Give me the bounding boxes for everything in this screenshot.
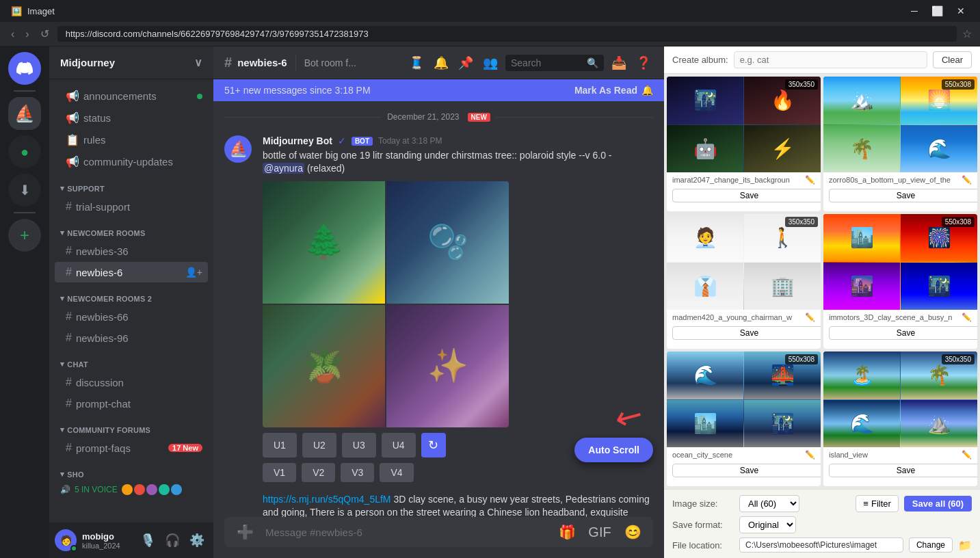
- add-member-icon[interactable]: 👤+: [185, 267, 202, 278]
- edit-icon-2[interactable]: ✏️: [962, 175, 972, 185]
- message-link[interactable]: https://s.mj.run/s5qQm4_5LfM: [263, 494, 391, 505]
- server-icon-midjourney[interactable]: ⛵: [8, 97, 41, 130]
- help-icon[interactable]: ❓: [634, 53, 653, 72]
- save-button-1[interactable]: Save: [672, 189, 821, 202]
- sidebar-item-rules[interactable]: 📋 rules: [55, 129, 208, 150]
- auto-scroll-button[interactable]: Auto Scroll: [574, 438, 653, 462]
- megaphone-icon-status: 📢: [66, 111, 79, 124]
- edit-icon-3[interactable]: ✏️: [805, 313, 815, 322]
- messages-area[interactable]: 51+ new messages since 3:18 PM Mark As R…: [213, 79, 664, 517]
- gallery-image-5[interactable]: 550x308 🌊 🌉 🏙️ 🌃: [667, 351, 821, 447]
- edit-icon-4[interactable]: ✏️: [962, 313, 972, 322]
- save-button-2[interactable]: Save: [829, 189, 977, 202]
- refresh-nav-button[interactable]: ↺: [38, 27, 52, 40]
- new-messages-bar[interactable]: 51+ new messages since 3:18 PM Mark As R…: [213, 79, 664, 101]
- sidebar-item-newbies-96[interactable]: # newbies-96: [55, 328, 208, 348]
- message-content: bottle of water big one 19 litr standing…: [263, 149, 653, 176]
- sidebar-item-announcements[interactable]: 📢 announcements: [55, 85, 208, 107]
- search-bar[interactable]: 🔍: [505, 55, 604, 71]
- edit-icon-6[interactable]: ✏️: [962, 450, 972, 460]
- save-button-6[interactable]: Save: [829, 464, 977, 477]
- v1-button[interactable]: V1: [263, 463, 296, 482]
- u3-button[interactable]: U3: [342, 433, 376, 457]
- url-input[interactable]: [57, 26, 957, 42]
- add-server-button[interactable]: +: [8, 219, 41, 252]
- filter-button[interactable]: ≡ Filter: [856, 495, 898, 512]
- gift-button[interactable]: 🎁: [552, 517, 582, 547]
- refresh-button[interactable]: ↻: [421, 433, 446, 457]
- image-size-badge-2: 550x308: [942, 79, 975, 90]
- sidebar-server-name[interactable]: Midjourney ∨: [49, 46, 213, 79]
- category-sho[interactable]: ▾ SHO: [49, 459, 213, 481]
- category-newcomer-rooms-2[interactable]: ▾ NEWCOMER ROOMS 2: [49, 283, 213, 306]
- mark-as-read-button[interactable]: Mark As Read 🔔: [574, 85, 653, 96]
- image-cell-3[interactable]: 🪴: [263, 305, 385, 427]
- close-button[interactable]: ✕: [953, 5, 969, 16]
- image-cell-2[interactable]: 🫧: [386, 181, 509, 304]
- settings-button[interactable]: ⚙️: [186, 529, 208, 551]
- v4-button[interactable]: V4: [380, 463, 413, 482]
- gallery-footer-2: zorro80s_a_bottom_up_view_of_the ✏️: [823, 172, 977, 187]
- v2-button[interactable]: V2: [302, 463, 335, 482]
- gallery-item-5: 550x308 🌊 🌉 🏙️ 🌃 ocean_city_scene ✏️ Sav…: [667, 351, 821, 486]
- message-input[interactable]: [265, 519, 546, 546]
- sidebar-item-community-updates[interactable]: 📢 community-updates: [55, 151, 208, 172]
- save-all-button[interactable]: Save all (60): [904, 496, 972, 512]
- image-cell-1[interactable]: 🌲: [263, 181, 385, 304]
- clear-button[interactable]: Clear: [933, 51, 972, 68]
- gif-button[interactable]: GIF: [585, 517, 615, 547]
- category-community-forums[interactable]: ▾ COMMUNITY FORUMS: [49, 414, 213, 437]
- save-button-4[interactable]: Save: [829, 326, 977, 340]
- expand-icon-forums: ▾: [60, 425, 64, 434]
- category-chat[interactable]: ▾ CHAT: [49, 349, 213, 371]
- server-icon-download[interactable]: ⬇: [8, 174, 41, 207]
- server-icon-green[interactable]: ●: [8, 135, 41, 168]
- folder-icon[interactable]: 📁: [958, 539, 972, 552]
- save-button-5[interactable]: Save: [672, 464, 821, 477]
- emoji-button[interactable]: 😊: [618, 517, 648, 547]
- sidebar-item-newbies-36[interactable]: # newbies-36: [55, 241, 208, 261]
- pin-icon[interactable]: 📌: [456, 53, 475, 72]
- gallery-image-3[interactable]: 350x350 🧑‍💼 🚶 👔 🏢: [667, 214, 821, 310]
- server-icon-discord[interactable]: [8, 52, 41, 85]
- sidebar-item-status[interactable]: 📢 status: [55, 107, 208, 129]
- change-location-button[interactable]: Change: [909, 537, 953, 553]
- gallery-image-2[interactable]: 550x308 🏔️ 🌅 🌴 🌊: [823, 77, 977, 172]
- notifications-icon[interactable]: 🔔: [432, 53, 451, 72]
- file-location-input[interactable]: [739, 537, 903, 553]
- gallery-image-1[interactable]: 350x350 🌃 🔥 🤖 ⚡: [667, 77, 821, 172]
- album-input[interactable]: [734, 51, 927, 68]
- edit-icon-1[interactable]: ✏️: [805, 175, 815, 185]
- minimize-button[interactable]: ─: [907, 5, 922, 16]
- sidebar-item-discussion[interactable]: # discussion: [55, 372, 208, 393]
- maximize-button[interactable]: ⬜: [927, 5, 947, 16]
- image-size-select[interactable]: All (60) 350x350 550x308: [739, 495, 799, 512]
- back-button[interactable]: ‹: [8, 28, 17, 40]
- mute-button[interactable]: 🎙️: [137, 529, 159, 551]
- sidebar-item-newbies-6[interactable]: # newbies-6 👤+: [55, 262, 208, 282]
- threads-icon[interactable]: 🧵: [407, 53, 426, 72]
- u1-button[interactable]: U1: [263, 433, 297, 457]
- gallery-image-4[interactable]: 550x308 🏙️ 🎆 🌆 🌃: [823, 214, 977, 310]
- sidebar-item-newbies-66[interactable]: # newbies-66: [55, 306, 208, 327]
- bookmark-button[interactable]: ☆: [962, 27, 972, 40]
- image-cell-4[interactable]: ✨: [386, 305, 509, 427]
- add-attachment-button[interactable]: ➕: [230, 517, 260, 547]
- inbox-icon[interactable]: 📥: [609, 53, 628, 72]
- category-support[interactable]: ▾ SUPPORT: [49, 173, 213, 196]
- category-newcomer-rooms[interactable]: ▾ NEWCOMER ROOMS: [49, 217, 213, 240]
- u4-button[interactable]: U4: [382, 433, 416, 457]
- gallery-image-6[interactable]: 350x350 🏝️ 🌴 🌊 ⛰️: [823, 351, 977, 447]
- save-button-3[interactable]: Save: [672, 326, 821, 340]
- forward-button[interactable]: ›: [23, 28, 31, 40]
- edit-icon-5[interactable]: ✏️: [805, 450, 815, 460]
- sidebar-item-prompt-chat[interactable]: # prompt-chat: [55, 393, 208, 414]
- save-format-select[interactable]: Original JPG PNG WebP: [739, 516, 796, 533]
- sidebar-item-prompt-faqs[interactable]: # prompt-faqs 17 New: [55, 438, 208, 458]
- sidebar-item-trial-support[interactable]: # trial-support: [55, 196, 208, 217]
- search-input[interactable]: [511, 57, 583, 68]
- u2-button[interactable]: U2: [302, 433, 336, 457]
- members-icon[interactable]: 👥: [481, 53, 500, 72]
- v3-button[interactable]: V3: [341, 463, 374, 482]
- deafen-button[interactable]: 🎧: [161, 529, 183, 551]
